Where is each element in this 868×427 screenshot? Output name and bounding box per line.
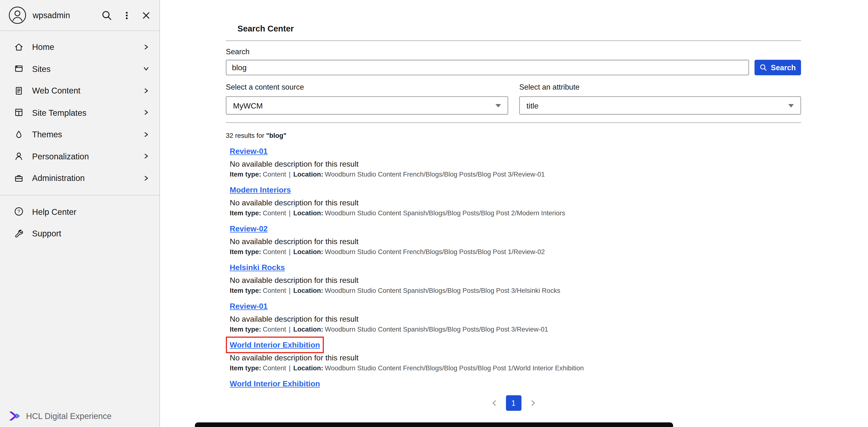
chevron-right-icon <box>142 108 151 117</box>
result-meta: Item type:Content|Location:Woodburn Stud… <box>230 171 801 178</box>
support-icon <box>14 228 24 238</box>
filters-row: Select a content source MyWCM Select an … <box>226 83 801 115</box>
sidebar-item-label: Web Content <box>32 86 81 95</box>
result-title-link[interactable]: Modern Interiors <box>230 185 291 194</box>
item-type-value: Content <box>263 209 286 217</box>
meta-separator: | <box>289 171 290 178</box>
results-count-prefix: 32 results for <box>226 132 265 140</box>
content-source-field: Select a content source MyWCM <box>226 83 508 115</box>
search-result: World Interior Exhibition No available d… <box>230 340 801 378</box>
chevron-right-icon <box>142 152 151 161</box>
location-value: Woodburn Studio Content French/Blogs/Blo… <box>325 171 545 178</box>
result-meta: Item type:Content|Location:Woodburn Stud… <box>230 364 801 372</box>
sidebar-nav: Home Sites <box>0 31 159 189</box>
main-area: Search Center Search Search Select a con… <box>160 0 868 427</box>
sidebar-item-sites[interactable]: Sites <box>0 58 159 80</box>
content-source-select[interactable]: MyWCM <box>226 96 508 115</box>
result-meta: Item type:Content|Location:Woodburn Stud… <box>230 209 801 217</box>
sites-icon <box>14 64 24 73</box>
divider <box>226 40 801 41</box>
sidebar-item-help-center[interactable]: ? Help Center <box>0 201 159 222</box>
sidebar-item-label: Support <box>32 229 61 238</box>
kebab-menu-icon[interactable] <box>122 10 132 20</box>
result-title-link[interactable]: Review-02 <box>230 224 268 233</box>
sidebar-item-home[interactable]: Home <box>0 36 159 58</box>
result-description: No available description for this result <box>230 159 801 168</box>
avatar[interactable] <box>8 6 26 24</box>
result-title-link[interactable]: World Interior Exhibition <box>230 379 320 388</box>
search-icon[interactable] <box>101 10 113 21</box>
search-result: World Interior Exhibition <box>230 378 801 389</box>
result-description: No available description for this result <box>230 353 801 362</box>
divider <box>226 122 801 123</box>
item-type-label: Item type: <box>230 248 261 256</box>
sidebar-item-label: Personalization <box>32 152 89 161</box>
location-label: Location: <box>293 326 323 333</box>
help-icon: ? <box>14 207 24 216</box>
location-value: Woodburn Studio Content Spanish/Blogs/Bl… <box>325 287 560 295</box>
location-value: Woodburn Studio Content French/Blogs/Blo… <box>325 248 545 256</box>
username-label: wpsadmin <box>33 10 70 20</box>
result-description: No available description for this result <box>230 198 801 207</box>
site-templates-icon <box>14 108 24 118</box>
meta-separator: | <box>289 326 290 333</box>
location-value: Woodburn Studio Content French/Blogs/Blo… <box>325 364 584 372</box>
item-type-value: Content <box>263 326 286 333</box>
sidebar-item-personalization[interactable]: Personalization <box>0 145 159 167</box>
page-title: Search Center <box>238 24 801 33</box>
brand-footer: HCL Digital Experience <box>8 410 112 422</box>
sidebar-item-themes[interactable]: Themes <box>0 124 159 145</box>
administration-icon <box>14 173 24 183</box>
sidebar-item-site-templates[interactable]: Site Templates <box>0 101 159 123</box>
item-type-label: Item type: <box>230 209 261 217</box>
result-title-link[interactable]: Review-01 <box>230 302 268 311</box>
sidebar-item-label: Home <box>32 42 54 52</box>
next-page-icon[interactable] <box>526 395 539 411</box>
location-label: Location: <box>293 171 323 178</box>
meta-separator: | <box>289 248 290 256</box>
previous-page-icon[interactable] <box>488 395 501 411</box>
sidebar-item-label: Site Templates <box>32 108 87 117</box>
hcl-logo-icon <box>8 410 22 422</box>
item-type-label: Item type: <box>230 287 261 295</box>
result-title-link[interactable]: Helsinki Rocks <box>230 263 285 272</box>
chevron-down-icon <box>496 104 501 107</box>
divider <box>0 194 159 195</box>
item-type-label: Item type: <box>230 171 261 178</box>
location-label: Location: <box>293 248 323 256</box>
location-label: Location: <box>293 209 323 217</box>
sidebar-secondary-nav: ? Help Center Support <box>0 201 159 245</box>
search-button-label: Search <box>771 63 796 72</box>
search-button[interactable]: Search <box>754 60 801 75</box>
location-label: Location: <box>293 287 323 295</box>
sidebar-item-web-content[interactable]: Web Content <box>0 80 159 101</box>
item-type-value: Content <box>263 287 286 295</box>
results-list: Review-01 No available description for t… <box>226 146 801 389</box>
result-title-link[interactable]: Review-01 <box>230 147 268 156</box>
sidebar: wpsadmin <box>0 0 160 427</box>
close-icon[interactable] <box>141 10 151 20</box>
sidebar-item-administration[interactable]: Administration <box>0 167 159 189</box>
sidebar-item-support[interactable]: Support <box>0 222 159 244</box>
search-result: Modern Interiors No available descriptio… <box>230 185 801 223</box>
search-center-panel: Search Center Search Search Select a con… <box>226 0 801 411</box>
chevron-right-icon <box>142 86 151 95</box>
meta-separator: | <box>289 287 290 295</box>
location-value: Woodburn Studio Content Spanish/Blogs/Bl… <box>325 209 565 217</box>
page-number-button[interactable]: 1 <box>506 395 521 411</box>
result-description: No available description for this result <box>230 276 801 284</box>
attribute-value: title <box>527 101 538 110</box>
home-indicator <box>195 423 673 427</box>
search-result: Review-02 No available description for t… <box>230 223 801 262</box>
meta-separator: | <box>289 364 290 372</box>
sidebar-item-label: Themes <box>32 129 62 139</box>
item-type-value: Content <box>263 248 286 256</box>
location-label: Location: <box>293 364 323 372</box>
result-description: No available description for this result <box>230 237 801 246</box>
home-icon <box>14 42 24 52</box>
attribute-select[interactable]: title <box>519 96 801 115</box>
search-input[interactable] <box>226 60 749 75</box>
result-title-link[interactable]: World Interior Exhibition <box>230 340 320 349</box>
content-source-label: Select a content source <box>226 83 508 91</box>
personalization-icon <box>14 151 24 161</box>
